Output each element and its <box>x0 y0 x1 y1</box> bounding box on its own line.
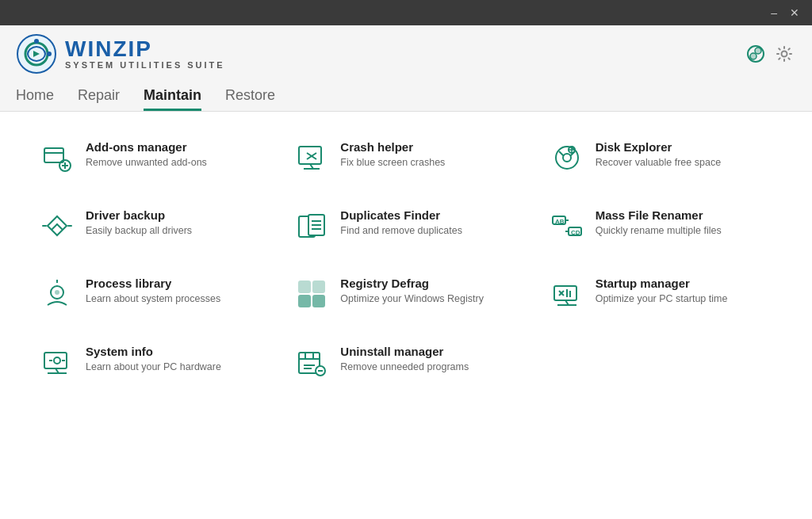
tool-item-mass-file-renamer[interactable]: AB CD Mass File RenamerQuickly rename mu… <box>542 196 780 256</box>
system-icon <box>40 345 75 380</box>
svg-rect-41 <box>554 286 576 300</box>
header-actions <box>744 42 796 66</box>
tool-name: Driver backup <box>86 208 262 222</box>
tool-desc: Easily backup all drivers <box>86 224 262 239</box>
svg-point-3 <box>47 52 52 56</box>
logo-icon <box>16 33 57 74</box>
svg-point-51 <box>54 357 60 364</box>
tool-name: Duplicates Finder <box>340 208 517 222</box>
nav-tab-repair[interactable]: Repair <box>78 82 120 111</box>
startup-icon <box>550 277 584 311</box>
content-area: Add-ons managerRemove unwanted add-ons C… <box>0 112 812 519</box>
settings-button[interactable] <box>772 42 796 66</box>
tool-info: Crash helperFix blue screen crashes <box>340 140 517 170</box>
svg-point-9 <box>782 52 787 57</box>
tool-item-process-library[interactable]: Process libraryLearn about system proces… <box>32 264 270 324</box>
tool-item-disk-explorer[interactable]: Disk ExplorerRecover valuable free space <box>542 128 780 188</box>
tool-desc: Learn about your PC hardware <box>86 361 262 375</box>
tool-info: Duplicates FinderFind and remove duplica… <box>340 208 517 239</box>
crash-icon <box>294 140 329 175</box>
tool-item-duplicates-finder[interactable]: Duplicates FinderFind and remove duplica… <box>286 196 525 256</box>
driver-icon <box>40 208 75 243</box>
nav-tab-restore[interactable]: Restore <box>225 82 275 111</box>
close-button[interactable]: ✕ <box>783 4 806 21</box>
help-button[interactable] <box>744 42 768 66</box>
svg-rect-39 <box>299 296 310 307</box>
tool-item-uninstall-manager[interactable]: Uninstall managerRemove unneeded program… <box>286 332 525 392</box>
uninstall-icon <box>294 345 329 380</box>
tool-name: Startup manager <box>596 277 772 290</box>
tool-name: System info <box>86 345 262 358</box>
logo-text: WINZIP SYSTEM UTILITIES SUITE <box>65 38 225 70</box>
tool-info: Registry DefragOptimize your Windows Reg… <box>340 277 517 307</box>
title-bar: – ✕ <box>0 0 812 25</box>
tool-name: Process library <box>86 277 262 290</box>
tool-info: System infoLearn about your PC hardware <box>86 345 262 375</box>
tool-info: Disk ExplorerRecover valuable free space <box>596 140 772 170</box>
tool-info: Startup managerOptimize your PC startup … <box>596 277 772 307</box>
tool-name: Add-ons manager <box>86 140 262 154</box>
tool-desc: Remove unwanted add-ons <box>86 156 262 170</box>
tool-name: Mass File Renamer <box>596 208 772 222</box>
tool-info: Uninstall managerRemove unneeded program… <box>340 345 517 375</box>
nav-tabs: HomeRepairMaintainRestore <box>16 82 796 111</box>
tool-item-driver-backup[interactable]: Driver backupEasily backup all drivers <box>32 196 270 256</box>
tool-info: Driver backupEasily backup all drivers <box>86 208 262 239</box>
nav-tab-home[interactable]: Home <box>16 82 54 111</box>
svg-text:AB: AB <box>555 218 565 225</box>
rename-icon: AB CD <box>550 208 584 243</box>
svg-rect-38 <box>313 281 324 292</box>
process-icon <box>40 277 75 311</box>
tool-desc: Recover valuable free space <box>596 156 772 170</box>
header: WINZIP SYSTEM UTILITIES SUITE <box>0 25 812 112</box>
nav-tab-maintain[interactable]: Maintain <box>144 82 201 111</box>
app-window: WINZIP SYSTEM UTILITIES SUITE <box>0 25 812 519</box>
svg-rect-40 <box>313 296 324 307</box>
tool-item-startup-manager[interactable]: Startup managerOptimize your PC startup … <box>542 264 780 324</box>
tool-name: Disk Explorer <box>596 140 772 154</box>
addons-icon <box>40 140 75 175</box>
tool-desc: Fix blue screen crashes <box>340 156 517 170</box>
tool-item-crash-helper[interactable]: Crash helperFix blue screen crashes <box>286 128 525 188</box>
disk-icon <box>550 140 584 175</box>
tool-desc: Optimize your PC startup time <box>596 292 772 307</box>
tool-info: Mass File RenamerQuickly rename multiple… <box>596 208 772 239</box>
svg-point-2 <box>34 39 39 44</box>
registry-icon <box>294 277 329 311</box>
svg-rect-10 <box>44 148 63 162</box>
tool-item-addons-manager[interactable]: Add-ons managerRemove unwanted add-ons <box>32 128 270 188</box>
tool-item-system-info[interactable]: System infoLearn about your PC hardware <box>32 332 270 392</box>
logo-subtitle: SYSTEM UTILITIES SUITE <box>65 60 225 70</box>
tool-item-registry-defrag[interactable]: Registry DefragOptimize your Windows Reg… <box>286 264 525 324</box>
tool-desc: Learn about system processes <box>86 292 262 307</box>
tool-name: Registry Defrag <box>340 277 517 290</box>
gear-icon <box>776 45 793 63</box>
tool-desc: Remove unneeded programs <box>340 361 517 375</box>
tool-desc: Optimize your Windows Registry <box>340 292 517 307</box>
svg-point-21 <box>563 154 571 162</box>
tool-name: Crash helper <box>340 140 517 154</box>
help-icon <box>747 45 764 63</box>
tool-desc: Find and remove duplicates <box>340 224 517 239</box>
logo-title: WINZIP <box>65 38 225 60</box>
minimize-button[interactable]: – <box>764 4 783 21</box>
tools-grid: Add-ons managerRemove unwanted add-ons C… <box>32 128 780 392</box>
tool-info: Process libraryLearn about system proces… <box>86 277 262 307</box>
duplicates-icon <box>294 208 329 243</box>
svg-rect-37 <box>299 281 310 292</box>
tool-desc: Quickly rename multiple files <box>596 224 772 239</box>
tool-info: Add-ons managerRemove unwanted add-ons <box>86 140 262 170</box>
logo-area: WINZIP SYSTEM UTILITIES SUITE <box>16 33 225 74</box>
header-top: WINZIP SYSTEM UTILITIES SUITE <box>16 33 796 74</box>
svg-text:CD: CD <box>571 229 580 236</box>
svg-point-35 <box>55 290 59 295</box>
tool-name: Uninstall manager <box>340 345 517 358</box>
